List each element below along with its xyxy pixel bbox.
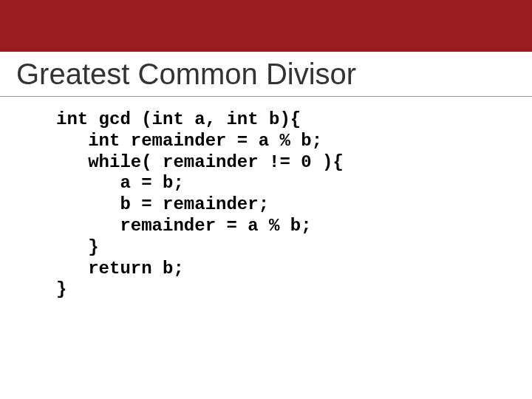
header-bar [0, 0, 532, 52]
slide: Greatest Common Divisor int gcd (int a, … [0, 0, 532, 399]
title-underline [0, 96, 532, 97]
code-block: int gcd (int a, int b){ int remainder = … [56, 109, 344, 301]
slide-title: Greatest Common Divisor [16, 58, 356, 91]
